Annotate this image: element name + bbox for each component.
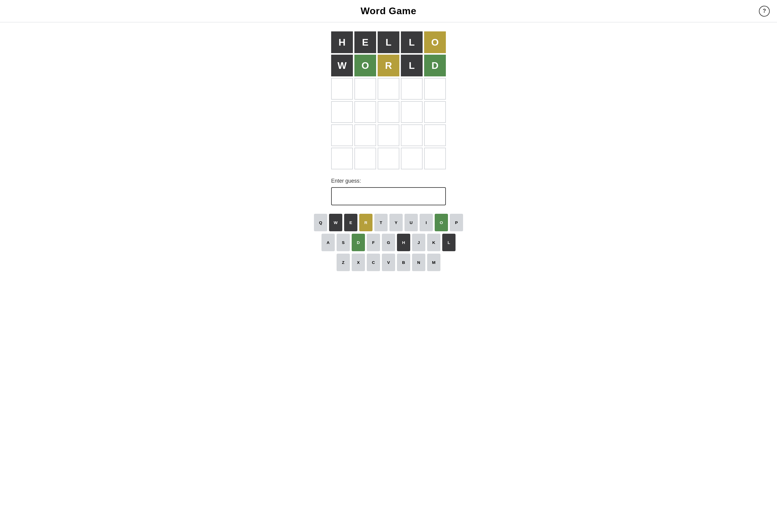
keyboard-row-2: ZXCVBNM xyxy=(337,253,440,271)
key-h[interactable]: H xyxy=(397,234,410,251)
key-r[interactable]: R xyxy=(359,214,372,231)
cell-r2-c3 xyxy=(401,78,423,100)
cell-r4-c3 xyxy=(401,124,423,146)
key-d[interactable]: D xyxy=(352,234,365,251)
guess-input[interactable] xyxy=(331,187,446,205)
app-title: Word Game xyxy=(361,5,417,17)
cell-r3-c4 xyxy=(424,101,446,123)
key-u[interactable]: U xyxy=(405,214,418,231)
key-b[interactable]: B xyxy=(397,253,410,271)
cell-r4-c1 xyxy=(354,124,376,146)
cell-r3-c1 xyxy=(354,101,376,123)
keyboard-row-1: ASDFGHJKL xyxy=(322,234,455,251)
cell-r4-c0 xyxy=(331,124,353,146)
cell-r3-c3 xyxy=(401,101,423,123)
cell-r3-c0 xyxy=(331,101,353,123)
keyboard-row-0: QWERTYUIOP xyxy=(314,214,463,231)
cell-r0-c0: H xyxy=(331,31,353,53)
key-q[interactable]: Q xyxy=(314,214,327,231)
key-o[interactable]: O xyxy=(435,214,448,231)
cell-r0-c1: E xyxy=(354,31,376,53)
input-label: Enter guess: xyxy=(331,178,446,184)
key-z[interactable]: Z xyxy=(337,253,350,271)
cell-r2-c4 xyxy=(424,78,446,100)
cell-r1-c3: L xyxy=(401,55,423,76)
key-p[interactable]: P xyxy=(450,214,463,231)
cell-r3-c2 xyxy=(377,101,400,123)
cell-r5-c3 xyxy=(401,148,423,170)
cell-r5-c1 xyxy=(354,148,376,170)
key-e[interactable]: E xyxy=(344,214,357,231)
key-g[interactable]: G xyxy=(382,234,395,251)
help-button[interactable]: ? xyxy=(759,6,770,17)
cell-r1-c4: D xyxy=(424,55,446,76)
game-grid: HELLOWORLD xyxy=(331,31,446,170)
key-a[interactable]: A xyxy=(322,234,335,251)
keyboard: QWERTYUIOPASDFGHJKLZXCVBNM xyxy=(314,214,463,271)
key-j[interactable]: J xyxy=(412,234,425,251)
key-f[interactable]: F xyxy=(367,234,380,251)
key-l[interactable]: L xyxy=(442,234,455,251)
main-content: HELLOWORLD Enter guess: QWERTYUIOPASDFGH… xyxy=(0,22,777,277)
cell-r2-c1 xyxy=(354,78,376,100)
input-section: Enter guess: xyxy=(331,178,446,205)
cell-r0-c4: O xyxy=(424,31,446,53)
key-w[interactable]: W xyxy=(329,214,342,231)
key-t[interactable]: T xyxy=(374,214,387,231)
cell-r5-c2 xyxy=(377,148,400,170)
cell-r2-c2 xyxy=(377,78,400,100)
cell-r2-c0 xyxy=(331,78,353,100)
key-m[interactable]: M xyxy=(427,253,440,271)
key-y[interactable]: Y xyxy=(390,214,403,231)
cell-r5-c4 xyxy=(424,148,446,170)
cell-r4-c2 xyxy=(377,124,400,146)
key-i[interactable]: I xyxy=(420,214,433,231)
app-header: Word Game ? xyxy=(0,0,777,22)
cell-r0-c2: L xyxy=(377,31,400,53)
key-v[interactable]: V xyxy=(382,253,395,271)
cell-r1-c2: R xyxy=(377,55,400,76)
cell-r1-c1: O xyxy=(354,55,376,76)
cell-r1-c0: W xyxy=(331,55,353,76)
key-n[interactable]: N xyxy=(412,253,425,271)
key-s[interactable]: S xyxy=(337,234,350,251)
cell-r0-c3: L xyxy=(401,31,423,53)
cell-r5-c0 xyxy=(331,148,353,170)
key-c[interactable]: C xyxy=(367,253,380,271)
key-k[interactable]: K xyxy=(427,234,440,251)
cell-r4-c4 xyxy=(424,124,446,146)
key-x[interactable]: X xyxy=(352,253,365,271)
